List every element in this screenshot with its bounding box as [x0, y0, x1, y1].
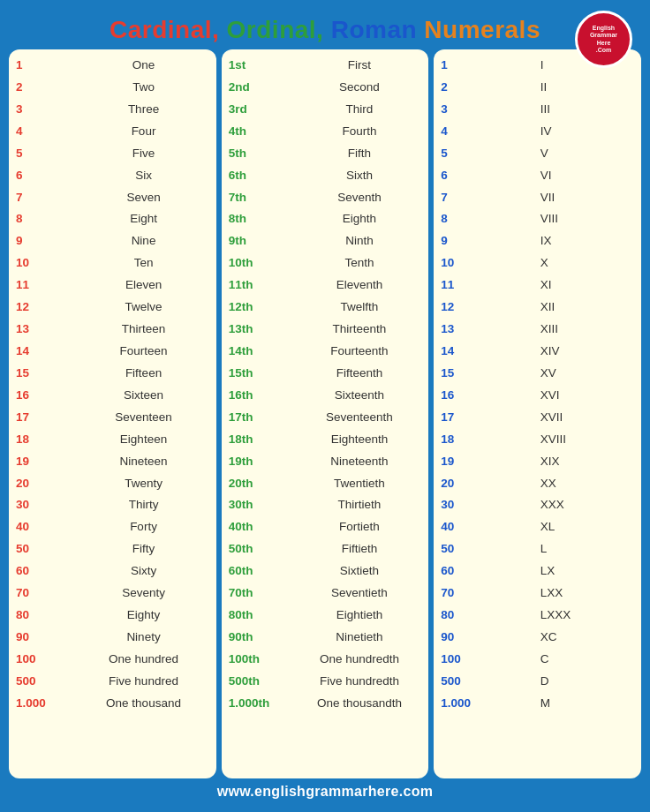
cardinal-word: Nine [74, 230, 212, 252]
roman-number: 4 [437, 121, 536, 143]
cardinal-panel: 1One2Two3Three4Four5Five6Six7Seven8Eight… [9, 49, 216, 778]
ordinal-word: Fifth [294, 143, 426, 165]
roman-numeral: XIII [537, 319, 638, 341]
roman-numeral: M [537, 693, 638, 715]
table-row: 15thFifteenth [225, 363, 426, 385]
table-row: 50L [437, 538, 638, 560]
table-row: 1.000M [437, 693, 638, 715]
ordinal-number: 14th [225, 341, 294, 363]
cardinal-number: 70 [12, 583, 74, 605]
ordinal-number: 7th [225, 187, 294, 209]
ordinal-word: Thirtieth [294, 494, 426, 516]
roman-number: 80 [437, 605, 536, 627]
table-row: 500Five hundred [12, 671, 213, 693]
table-row: 16Sixteen [12, 385, 213, 407]
table-row: 18XVIII [437, 429, 638, 451]
ordinal-number: 100th [225, 649, 294, 671]
page-title: Cardinal, Ordinal, Roman Numerals [110, 16, 540, 44]
table-row: 1.000thOne thousandth [225, 693, 426, 715]
roman-numeral: IV [537, 121, 638, 143]
cardinal-number: 18 [12, 429, 74, 451]
table-row: 5V [437, 143, 638, 165]
table-row: 18thEighteenth [225, 429, 426, 451]
roman-numeral: XL [537, 516, 638, 538]
ordinal-number: 30th [225, 494, 294, 516]
table-row: 2II [437, 77, 638, 99]
ordinal-word: Sixth [294, 165, 426, 187]
roman-number: 2 [437, 77, 536, 99]
roman-numeral: D [537, 671, 638, 693]
table-row: 60LX [437, 560, 638, 583]
cardinal-word: Seventeen [74, 407, 212, 429]
cardinal-word: Four [74, 121, 212, 143]
cardinal-number: 4 [12, 121, 74, 143]
roman-number: 9 [437, 230, 536, 252]
cardinal-table: 1One2Two3Three4Four5Five6Six7Seven8Eight… [12, 55, 213, 715]
roman-numeral: V [537, 143, 638, 165]
table-row: 70LXX [437, 583, 638, 605]
ordinal-word: Seventh [294, 187, 426, 209]
ordinal-word: Eighth [294, 208, 426, 230]
roman-numeral: VIII [537, 208, 638, 230]
table-row: 8thEighth [225, 208, 426, 230]
table-row: 10X [437, 252, 638, 274]
roman-number: 18 [437, 429, 536, 451]
table-row: 3Three [12, 99, 213, 121]
table-row: 6VI [437, 165, 638, 187]
ordinal-number: 500th [225, 671, 294, 693]
ordinal-number: 6th [225, 165, 294, 187]
roman-number: 12 [437, 297, 536, 319]
cardinal-word: Eighty [74, 605, 212, 627]
table-row: 5Five [12, 143, 213, 165]
table-row: 17XVII [437, 407, 638, 429]
table-row: 2Two [12, 77, 213, 99]
table-row: 17Seventeen [12, 407, 213, 429]
ordinal-word: Eleventh [294, 274, 426, 297]
cardinal-number: 8 [12, 208, 74, 230]
table-row: 20XX [437, 473, 638, 495]
ordinal-number: 20th [225, 473, 294, 495]
cardinal-number: 10 [12, 252, 74, 274]
cardinal-word: Six [74, 165, 212, 187]
roman-number: 11 [437, 274, 536, 297]
roman-number: 90 [437, 627, 536, 649]
title-numerals: Numerals [424, 16, 540, 43]
ordinal-number: 50th [225, 538, 294, 560]
table-row: 16XVI [437, 385, 638, 407]
cardinal-number: 7 [12, 187, 74, 209]
table-row: 100C [437, 649, 638, 671]
roman-table: 1I2II3III4IV5V6VI7VII8VIII9IX10X11XI12XI… [437, 55, 638, 715]
cardinal-word: Nineteen [74, 451, 212, 473]
cardinal-word: Twenty [74, 473, 212, 495]
table-row: 4Four [12, 121, 213, 143]
table-row: 6Six [12, 165, 213, 187]
roman-panel: 1I2II3III4IV5V6VI7VII8VIII9IX10X11XI12XI… [434, 49, 641, 778]
roman-number: 10 [437, 252, 536, 274]
ordinal-word: Sixteenth [294, 385, 426, 407]
cardinal-word: Seven [74, 187, 212, 209]
ordinal-word: Eightieth [294, 605, 426, 627]
footer: www.englishgrammarhere.com [217, 778, 434, 803]
table-row: 11XI [437, 274, 638, 297]
table-row: 20Twenty [12, 473, 213, 495]
table-row: 1One [12, 55, 213, 77]
table-row: 7Seven [12, 187, 213, 209]
cardinal-number: 6 [12, 165, 74, 187]
roman-numeral: XXX [537, 494, 638, 516]
ordinal-number: 5th [225, 143, 294, 165]
ordinal-word: Nineteenth [294, 451, 426, 473]
roman-number: 1.000 [437, 693, 536, 715]
ordinal-word: Seventieth [294, 583, 426, 605]
table-row: 10thTenth [225, 252, 426, 274]
table-row: 30XXX [437, 494, 638, 516]
cardinal-word: Eighteen [74, 429, 212, 451]
table-row: 6thSixth [225, 165, 426, 187]
roman-number: 19 [437, 451, 536, 473]
roman-numeral: XIV [537, 341, 638, 363]
roman-numeral: III [537, 99, 638, 121]
roman-number: 14 [437, 341, 536, 363]
cardinal-word: Eleven [74, 274, 212, 297]
ordinal-word: Ninth [294, 230, 426, 252]
roman-number: 6 [437, 165, 536, 187]
ordinal-number: 2nd [225, 77, 294, 99]
